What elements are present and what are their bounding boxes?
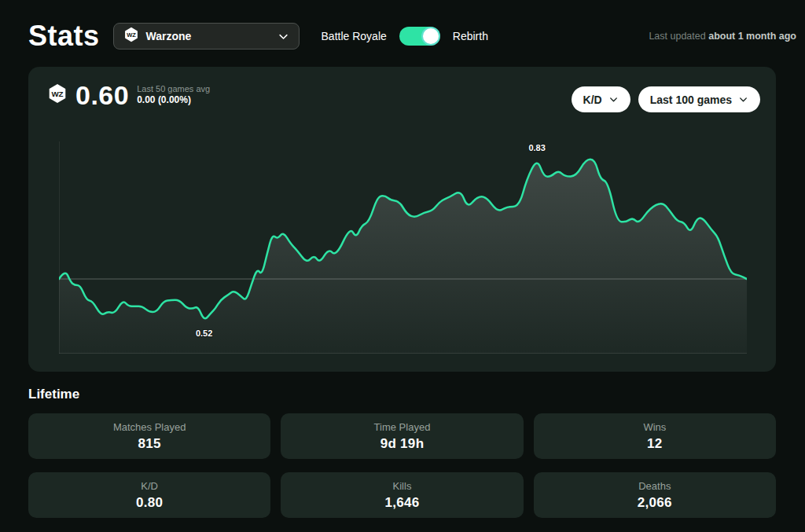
stat-value: 1,646 — [384, 495, 419, 511]
mode-toggle-switch[interactable] — [399, 27, 440, 46]
game-selector-label: Warzone — [146, 30, 192, 42]
avg-delta: 0.00 (0.00%) — [137, 94, 210, 106]
kd-headline-value: 0.60 — [75, 83, 129, 107]
stat-card-deaths: Deaths 2,066 — [534, 472, 776, 518]
chevron-down-icon — [608, 94, 619, 105]
warzone-logo-icon: WZ — [123, 27, 139, 46]
rebirth-label: Rebirth — [453, 30, 488, 42]
game-range-dropdown[interactable]: Last 100 games — [638, 86, 760, 112]
last-updated-value: about 1 month ago — [708, 31, 796, 42]
avg-caption: Last 50 games avg — [137, 84, 210, 94]
chevron-down-icon — [738, 94, 748, 105]
headline-sub-block: Last 50 games avg 0.00 (0.00%) — [137, 83, 210, 106]
warzone-logo-icon: WZ — [47, 83, 68, 107]
page-title: Stats — [28, 20, 100, 53]
toggle-knob — [423, 28, 439, 44]
chevron-down-icon — [278, 31, 289, 42]
last-updated-text: Last updated about 1 month ago — [649, 31, 796, 42]
game-selector-dropdown[interactable]: WZ Warzone — [113, 23, 300, 50]
stat-type-label: K/D — [583, 94, 602, 106]
stat-value: 12 — [647, 436, 663, 452]
stat-label: Wins — [643, 421, 666, 433]
stat-label: K/D — [141, 480, 158, 492]
stat-label: Time Played — [374, 421, 431, 433]
kd-chart-card: WZ 0.60 Last 50 games avg 0.00 (0.00%) K… — [28, 67, 776, 372]
stat-value: 0.80 — [136, 495, 163, 511]
stat-value: 815 — [138, 436, 161, 452]
stat-type-dropdown[interactable]: K/D — [572, 86, 630, 112]
stat-card-time-played: Time Played 9d 19h — [281, 413, 523, 459]
game-range-label: Last 100 games — [650, 94, 732, 106]
svg-text:WZ: WZ — [127, 31, 136, 39]
stat-card-kd: K/D 0.80 — [28, 472, 270, 518]
kd-area-fill — [59, 160, 747, 354]
stat-card-kills: Kills 1,646 — [281, 472, 523, 518]
top-bar: Stats WZ Warzone Battle Royale Rebirth L… — [28, 17, 796, 55]
mode-toggle-group: Battle Royale Rebirth — [322, 27, 488, 46]
svg-text:WZ: WZ — [51, 90, 63, 98]
stat-card-wins: Wins 12 — [534, 413, 776, 459]
stat-value: 2,066 — [638, 495, 672, 511]
stat-label: Deaths — [638, 480, 671, 492]
kd-line-chart[interactable]: 0.830.52 — [59, 141, 747, 354]
stat-label: Matches Played — [113, 421, 186, 433]
lifetime-heading: Lifetime — [28, 387, 79, 402]
chart-annotation: 0.52 — [196, 328, 212, 338]
stat-card-matches-played: Matches Played 815 — [28, 413, 270, 459]
lifetime-stats-grid: Matches Played 815 Time Played 9d 19h Wi… — [28, 413, 776, 518]
stat-value: 9d 19h — [380, 436, 425, 452]
stat-label: Kills — [393, 480, 412, 492]
chart-card-header: WZ 0.60 Last 50 games avg 0.00 (0.00%) — [47, 83, 210, 107]
battle-royale-label: Battle Royale — [322, 30, 387, 42]
chart-filters: K/D Last 100 games — [572, 86, 760, 112]
chart-annotation: 0.83 — [528, 143, 545, 152]
kd-chart-svg: 0.830.52 — [59, 141, 747, 354]
